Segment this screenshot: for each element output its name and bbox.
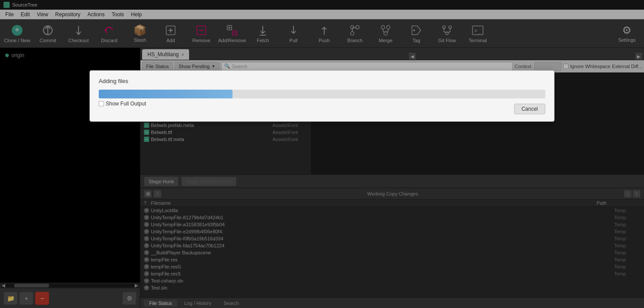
modal-cancel-button[interactable]: Cancel xyxy=(514,104,545,114)
adding-files-modal: Adding files Show Full Output Cancel xyxy=(89,70,555,122)
modal-actions-row: Show Full Output Cancel xyxy=(99,104,545,114)
progress-bar-container xyxy=(99,90,545,98)
modal-overlay: Adding files Show Full Output Cancel xyxy=(0,0,644,308)
progress-bar xyxy=(99,90,233,98)
show-full-output-label[interactable]: Show Full Output xyxy=(99,101,146,107)
show-output-text: Show Full Output xyxy=(106,101,146,107)
show-output-checkbox[interactable] xyxy=(99,101,104,106)
modal-title: Adding files xyxy=(99,78,545,84)
